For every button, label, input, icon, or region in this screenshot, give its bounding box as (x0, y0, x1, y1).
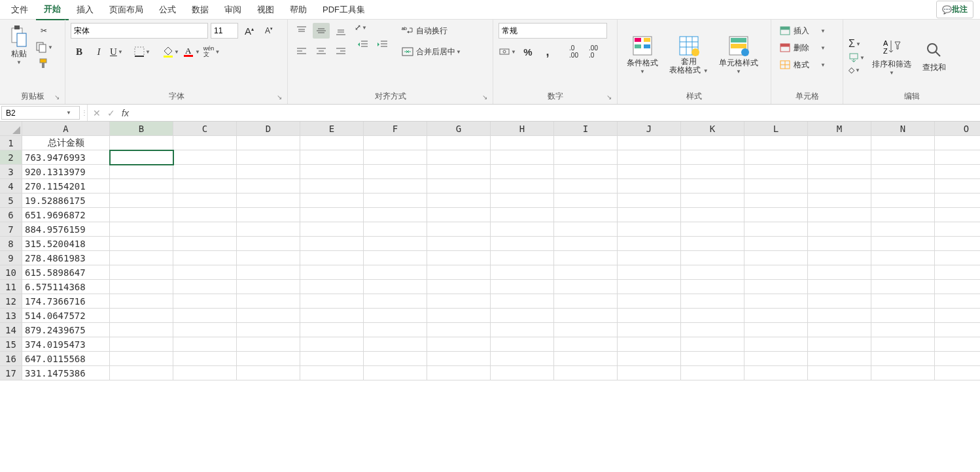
cell[interactable] (491, 150, 554, 165)
cell[interactable] (681, 237, 744, 251)
cell[interactable] (427, 222, 491, 237)
cell[interactable] (871, 150, 935, 165)
cell[interactable] (744, 280, 808, 294)
cell[interactable] (491, 179, 554, 194)
cell[interactable] (491, 194, 554, 208)
row-header[interactable]: 15 (0, 337, 22, 352)
cell[interactable] (554, 194, 618, 208)
cell[interactable] (935, 179, 980, 194)
chevron-down-icon[interactable]: ▼ (65, 110, 73, 116)
cell[interactable] (110, 251, 173, 265)
cell[interactable] (491, 237, 554, 251)
cell[interactable] (871, 222, 935, 237)
decrease-decimal-button[interactable]: .00.0 (585, 44, 602, 59)
cell[interactable] (808, 265, 871, 280)
cell[interactable] (110, 222, 173, 237)
cell[interactable] (491, 136, 554, 150)
row-header[interactable]: 6 (0, 208, 22, 222)
cell[interactable] (681, 251, 744, 265)
cell[interactable] (744, 352, 808, 366)
cell[interactable] (554, 337, 618, 352)
row-header[interactable]: 13 (0, 309, 22, 323)
cell[interactable] (554, 208, 618, 222)
cell[interactable]: 374.0195473 (22, 337, 110, 352)
cell[interactable] (618, 265, 681, 280)
cell[interactable] (173, 179, 237, 194)
cell[interactable] (871, 265, 935, 280)
cell[interactable] (491, 251, 554, 265)
cell[interactable] (744, 323, 808, 337)
cell[interactable] (237, 179, 300, 194)
cell[interactable] (364, 136, 427, 150)
autosum-button[interactable]: Σ▼ (849, 38, 866, 50)
cell[interactable] (237, 337, 300, 352)
cell[interactable] (491, 208, 554, 222)
cell[interactable] (554, 251, 618, 265)
decrease-indent-button[interactable] (355, 37, 372, 53)
cell[interactable] (173, 165, 237, 179)
cell[interactable] (744, 222, 808, 237)
cell[interactable] (237, 280, 300, 294)
fill-color-button[interactable]: ▼ (162, 46, 180, 58)
cell[interactable] (744, 251, 808, 265)
cell[interactable] (427, 309, 491, 323)
cell[interactable] (681, 337, 744, 352)
cell[interactable] (237, 222, 300, 237)
cell[interactable] (173, 309, 237, 323)
cell[interactable] (871, 280, 935, 294)
cell[interactable] (491, 366, 554, 380)
insert-function-button[interactable]: fx (122, 108, 129, 118)
cell[interactable] (491, 352, 554, 366)
italic-button[interactable]: I (90, 44, 107, 59)
increase-indent-button[interactable] (374, 37, 391, 53)
row-header[interactable]: 14 (0, 323, 22, 337)
cell[interactable] (364, 265, 427, 280)
cell[interactable] (237, 265, 300, 280)
align-top-button[interactable] (293, 23, 310, 39)
cell[interactable] (808, 222, 871, 237)
cell[interactable] (491, 222, 554, 237)
row-header[interactable]: 8 (0, 237, 22, 251)
cell[interactable] (237, 294, 300, 309)
cell[interactable] (110, 280, 173, 294)
cell[interactable] (808, 150, 871, 165)
menu-item-9[interactable]: PDF工具集 (315, 0, 373, 20)
cell[interactable] (237, 208, 300, 222)
cell[interactable] (808, 165, 871, 179)
bold-button[interactable]: B (71, 44, 88, 59)
cell[interactable] (554, 366, 618, 380)
cell[interactable] (554, 222, 618, 237)
cell[interactable] (935, 208, 980, 222)
cell[interactable] (300, 280, 364, 294)
cell[interactable] (173, 280, 237, 294)
cell[interactable] (935, 309, 980, 323)
insert-cells-button[interactable]: 插入 ▼ (777, 23, 829, 39)
copy-button[interactable]: ▼ (35, 41, 54, 53)
cell[interactable] (681, 194, 744, 208)
column-header[interactable]: K (681, 122, 744, 136)
enter-formula-button[interactable]: ✓ (107, 108, 115, 118)
cell[interactable]: 615.5898647 (22, 265, 110, 280)
cell[interactable] (935, 280, 980, 294)
cell[interactable]: 6.575114368 (22, 280, 110, 294)
menu-item-6[interactable]: 审阅 (217, 0, 249, 20)
cell[interactable] (935, 194, 980, 208)
menu-item-2[interactable]: 插入 (69, 0, 101, 20)
cell[interactable] (237, 150, 300, 165)
cell[interactable] (744, 150, 808, 165)
column-header[interactable]: L (744, 122, 808, 136)
cell[interactable] (237, 136, 300, 150)
cell[interactable] (871, 179, 935, 194)
cell[interactable] (808, 352, 871, 366)
cell[interactable] (427, 208, 491, 222)
column-header[interactable]: F (364, 122, 427, 136)
menu-item-7[interactable]: 视图 (249, 0, 282, 20)
cell[interactable] (300, 165, 364, 179)
row-header[interactable]: 3 (0, 165, 22, 179)
cell[interactable] (427, 323, 491, 337)
cell[interactable] (618, 352, 681, 366)
cell[interactable] (173, 222, 237, 237)
cell[interactable] (110, 309, 173, 323)
cell[interactable] (935, 251, 980, 265)
name-box-input[interactable] (6, 109, 65, 118)
